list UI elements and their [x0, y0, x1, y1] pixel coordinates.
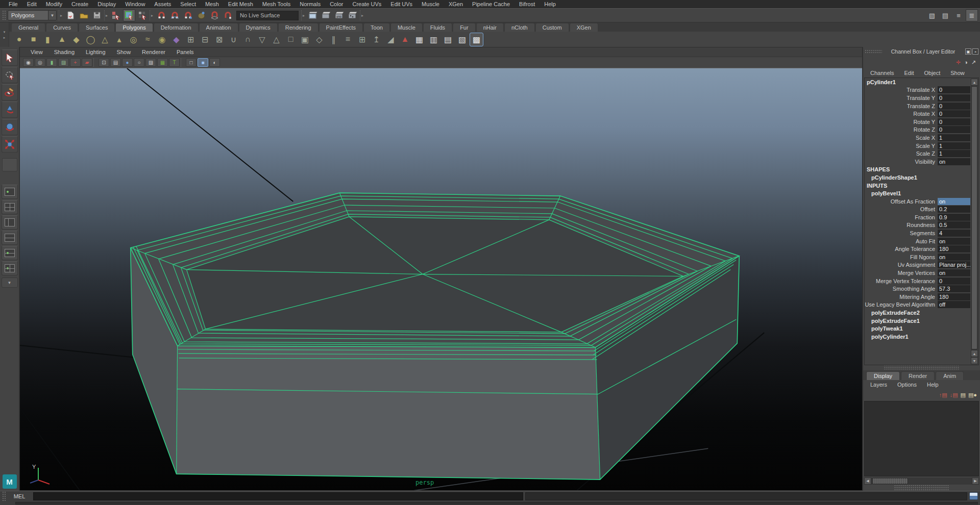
channel-row[interactable]: Offset As Fraction on — [865, 197, 970, 206]
snap-to-view-planes-icon[interactable] — [208, 9, 220, 21]
select-camera-icon[interactable]: ◉ — [23, 58, 34, 67]
panel-menu-item[interactable]: Renderer — [136, 49, 171, 55]
live-surface-field[interactable]: No Live Surface — [236, 11, 299, 20]
extract-icon[interactable]: ⊠ — [212, 33, 226, 46]
separate-icon[interactable]: ⊟ — [198, 33, 212, 46]
shelf-tab[interactable]: Dynamics — [239, 23, 278, 32]
panel-drag-handle[interactable] — [865, 49, 882, 54]
shelf-tab[interactable]: nHair — [476, 23, 504, 32]
menu-item[interactable]: Edit — [22, 1, 41, 7]
layer-horizontal-scrollbar[interactable]: ◀ ▶ — [864, 477, 979, 485]
layout-four-pane[interactable] — [2, 200, 18, 214]
channel-row[interactable]: Offset 0.2 — [865, 206, 970, 214]
render-current-frame-icon[interactable] — [320, 9, 332, 21]
channel-row[interactable]: Auto Fit on — [865, 237, 970, 245]
channel-value-field[interactable]: on — [938, 238, 970, 245]
script-editor-icon[interactable] — [969, 492, 978, 500]
channel-value-field[interactable]: 1 — [938, 150, 970, 157]
poly-sphere-icon[interactable]: ● — [12, 33, 26, 46]
textured-mode-icon[interactable]: ▦ — [157, 58, 168, 67]
smooth-icon[interactable]: ∩ — [241, 33, 255, 46]
menu-item[interactable]: Mesh — [201, 1, 224, 7]
channel-list-scrollbar[interactable]: ▲ ▲ ▼ — [971, 79, 978, 364]
scroll-up-icon[interactable]: ▲ — [971, 350, 978, 357]
poly-pyramid-icon[interactable]: ▴ — [112, 33, 126, 46]
panel-splitter[interactable] — [884, 366, 960, 370]
xray-icon[interactable]: ▨ — [145, 58, 156, 67]
channel-value-field[interactable]: 0 — [938, 103, 970, 110]
uv-planar-mapping-icon[interactable]: ▦ — [412, 33, 426, 46]
reduce-icon[interactable]: ▽ — [255, 33, 269, 46]
move-layer-up-icon[interactable]: ↑▤ — [939, 392, 947, 398]
shelf-tab[interactable]: General — [11, 23, 45, 32]
menu-item[interactable]: Create UVs — [348, 1, 386, 7]
shelf-tab[interactable]: nCloth — [504, 23, 535, 32]
commandline-drag-handle[interactable] — [2, 491, 6, 501]
channel-value-field[interactable]: 0.9 — [938, 214, 970, 221]
menu-item[interactable]: Assets — [150, 1, 176, 7]
save-scene-icon[interactable] — [91, 9, 103, 21]
shelf-tab[interactable]: Polygons — [115, 23, 153, 32]
channel-row[interactable]: Use Legacy Bevel Algorithm off — [865, 301, 970, 309]
rotate-tool[interactable] — [2, 119, 18, 135]
layout-persp-graph[interactable] — [2, 231, 18, 245]
selection-mode-dropdown[interactable]: Polygons ▼ — [8, 10, 57, 20]
hyperbolic-state-icon[interactable]: ↗ — [971, 59, 976, 66]
panel-menu-item[interactable]: Panels — [171, 49, 200, 55]
poly-cone-icon[interactable]: ▲ — [55, 33, 69, 46]
uv-automatic-mapping-icon[interactable]: ▧ — [455, 33, 469, 46]
close-panel-icon[interactable]: × — [972, 48, 978, 55]
channel-value-field[interactable]: 0 — [938, 126, 970, 133]
append-polygon-icon[interactable]: ◇ — [312, 33, 326, 46]
channel-box-menu-item[interactable]: Edit — [899, 70, 919, 76]
panel-toolbar-icon[interactable] — [181, 58, 185, 67]
select-component-icon[interactable] — [136, 9, 149, 21]
channel-value-field[interactable]: 1 — [938, 142, 970, 149]
shelf-tab[interactable]: Toon — [363, 23, 390, 32]
channel-row[interactable]: Rotate X 0 — [865, 110, 970, 118]
create-layer-from-selected-icon[interactable]: ▤● — [968, 392, 977, 398]
shelf-tab[interactable]: Fur — [453, 23, 476, 32]
menu-item[interactable]: Edit UVs — [386, 1, 417, 7]
menu-item[interactable]: Modify — [41, 1, 67, 7]
shaded-mode-icon[interactable]: ● — [122, 58, 133, 67]
panel-menu-item[interactable]: Show — [111, 49, 137, 55]
smooth-shade-icon[interactable]: ■ — [198, 58, 208, 67]
boolean-union-icon[interactable]: ∪ — [227, 33, 240, 46]
fill-hole-icon[interactable]: ▣ — [298, 33, 312, 46]
poly-helix-icon[interactable]: ≈ — [141, 33, 155, 46]
panel-toolbar-icon[interactable] — [93, 58, 97, 67]
layout-single-pane[interactable] — [2, 185, 18, 199]
viewport-canvas[interactable]: persp Y — [20, 68, 862, 490]
menu-item[interactable]: Normals — [295, 1, 325, 7]
uv-spherical-mapping-icon[interactable]: ▤ — [441, 33, 455, 46]
shelf-tab[interactable]: XGen — [570, 23, 598, 32]
show-tool-settings-icon[interactable]: ≡ — [952, 9, 965, 21]
extrude-icon[interactable]: ↥ — [370, 33, 383, 46]
menu-item[interactable]: Color — [325, 1, 348, 7]
float-panel-icon[interactable]: ▣ — [965, 48, 971, 55]
scroll-down-icon[interactable]: ▼ — [971, 357, 978, 364]
group-separator[interactable]: ▸ — [360, 10, 364, 20]
move-tool[interactable] — [2, 102, 18, 118]
group-separator[interactable]: ▸ — [150, 10, 154, 20]
render-settings-icon[interactable] — [347, 9, 359, 21]
channel-box-menu-item[interactable]: Channels — [865, 70, 899, 76]
menu-item[interactable]: Edit Mesh — [224, 1, 258, 7]
channel-row[interactable]: Translate Y 0 — [865, 94, 970, 102]
menu-item[interactable]: File — [4, 1, 22, 7]
group-separator[interactable]: ▸ — [104, 10, 109, 20]
panel-drag-handle[interactable] — [894, 485, 949, 490]
panel-menu-item[interactable]: View — [25, 49, 48, 55]
channel-value-field[interactable]: Planar proj... — [938, 261, 970, 268]
snap-to-projected-center-icon[interactable] — [195, 9, 207, 21]
scrollbar-thumb[interactable] — [971, 86, 977, 349]
scroll-right-icon[interactable]: ▶ — [972, 477, 979, 485]
menu-item[interactable]: Muscle — [417, 1, 444, 7]
command-input[interactable] — [33, 492, 523, 500]
offset-edge-loop-icon[interactable]: ≡ — [341, 33, 355, 46]
channel-row[interactable]: INPUTS — [865, 182, 970, 190]
menu-item[interactable]: Window — [120, 1, 150, 7]
channel-value-field[interactable]: on — [938, 158, 970, 165]
channel-row[interactable]: Scale Z 1 — [865, 149, 970, 158]
